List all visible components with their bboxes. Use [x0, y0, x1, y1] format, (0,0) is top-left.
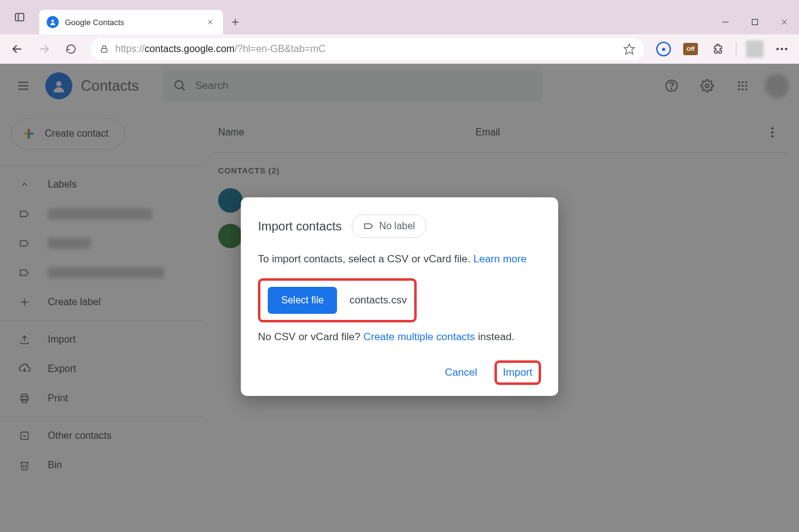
new-tab-button[interactable]	[223, 10, 248, 34]
tab-actions-button[interactable]	[11, 9, 28, 26]
svg-rect-0	[15, 13, 24, 21]
import-highlight: Import	[494, 360, 541, 385]
profile-button[interactable]	[743, 37, 767, 61]
learn-more-link[interactable]: Learn more	[473, 253, 526, 265]
dialog-footer: Cancel Import	[258, 360, 541, 385]
cancel-button[interactable]: Cancel	[441, 362, 481, 384]
file-select-highlight: Select file contacts.csv	[258, 278, 417, 322]
forward-button[interactable]	[32, 37, 56, 61]
import-dialog: Import contacts No label To import conta…	[241, 197, 558, 396]
close-window-button[interactable]	[770, 10, 799, 34]
more-button[interactable]	[770, 37, 794, 61]
favorite-button[interactable]	[623, 43, 635, 55]
maximize-button[interactable]	[740, 10, 770, 34]
address-bar[interactable]: https://contacts.google.com/?hl=en-GB&ta…	[91, 38, 644, 60]
window-controls	[711, 10, 799, 34]
coupon-extension[interactable]: Off	[678, 37, 703, 61]
dialog-layer: Import contacts No label To import conta…	[0, 64, 799, 532]
lock-icon	[99, 44, 109, 54]
tab-favicon	[47, 16, 59, 28]
page-viewport: Contacts Create contact	[0, 64, 799, 532]
url-text: https://contacts.google.com/?hl=en-GB&ta…	[115, 44, 325, 55]
side-panel-area	[0, 0, 39, 34]
minimize-button[interactable]	[711, 10, 740, 34]
svg-point-16	[781, 48, 783, 50]
label-icon	[363, 221, 374, 232]
svg-point-15	[776, 48, 779, 50]
browser-titlebar: Google Contacts	[0, 0, 799, 34]
extensions-button[interactable]	[705, 37, 730, 61]
label-selector[interactable]: No label	[352, 215, 427, 238]
reload-button[interactable]	[59, 37, 83, 61]
browser-toolbar: https://contacts.google.com/?hl=en-GB&ta…	[0, 34, 799, 64]
svg-marker-14	[624, 44, 635, 55]
dialog-alt-text: No CSV or vCard file? Create multiple co…	[258, 331, 541, 343]
selected-filename: contacts.csv	[349, 294, 407, 306]
onepassword-extension[interactable]: ●	[651, 37, 676, 61]
svg-point-17	[785, 48, 787, 50]
select-file-button[interactable]: Select file	[268, 287, 337, 314]
create-multiple-link[interactable]: Create multiple contacts	[363, 331, 475, 343]
tab-close-button[interactable]	[205, 17, 216, 28]
import-button[interactable]: Import	[503, 367, 532, 379]
svg-point-2	[51, 20, 54, 22]
back-button[interactable]	[5, 37, 29, 61]
tab-title: Google Contacts	[65, 18, 199, 27]
separator	[736, 42, 737, 56]
dialog-instruction: To import contacts, select a CSV or vCar…	[258, 251, 541, 267]
dialog-title: Import contacts	[258, 219, 342, 234]
svg-rect-13	[101, 48, 107, 52]
browser-tab[interactable]: Google Contacts	[39, 10, 223, 34]
svg-rect-8	[752, 20, 758, 25]
